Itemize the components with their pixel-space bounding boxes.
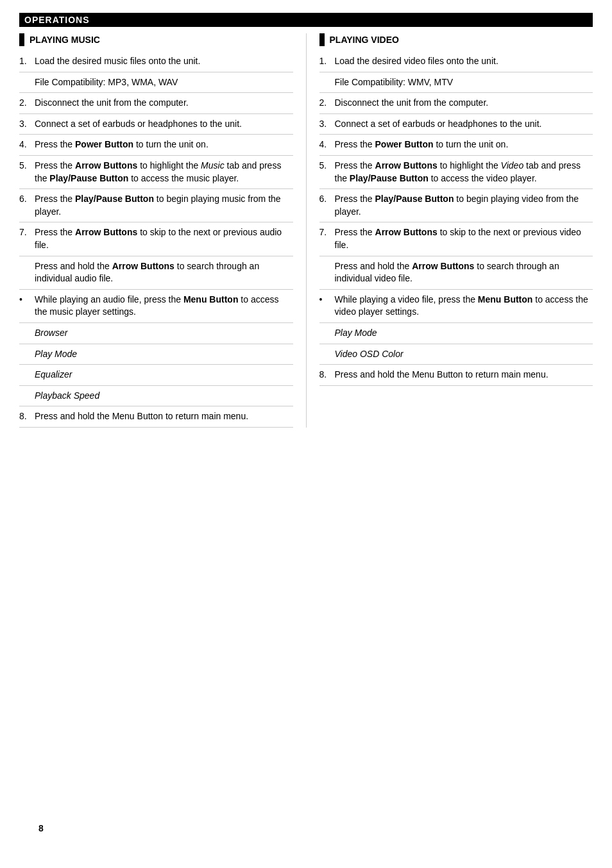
left-step-7-sub: Press and hold the Arrow Buttons to sear… bbox=[19, 256, 293, 290]
right-step-8: 8. Press and hold the Menu Button to ret… bbox=[319, 365, 593, 386]
step-num: 6. bbox=[19, 193, 35, 206]
step-num: 8. bbox=[19, 410, 35, 423]
step-num: 5. bbox=[319, 160, 335, 172]
step-content: Press the Power Button to turn the unit … bbox=[335, 138, 593, 151]
right-column: PLAYING VIDEO 1. Load the desired video … bbox=[306, 33, 593, 428]
title-bar-icon bbox=[319, 33, 325, 46]
step-num: 7. bbox=[319, 226, 335, 239]
step-content: Connect a set of earbuds or headphones t… bbox=[35, 118, 293, 131]
right-step-3: 3. Connect a set of earbuds or headphone… bbox=[319, 114, 593, 135]
left-step-5: 5. Press the Arrow Buttons to highlight … bbox=[19, 156, 293, 189]
two-column-layout: PLAYING MUSIC 1. Load the desired music … bbox=[19, 33, 593, 428]
title-bar-icon bbox=[19, 33, 24, 46]
left-step-1: 1. Load the desired music files onto the… bbox=[19, 51, 293, 72]
left-step-8: 8. Press and hold the Menu Button to ret… bbox=[19, 406, 293, 428]
playing-music-label: PLAYING MUSIC bbox=[30, 35, 100, 45]
page-number: 8 bbox=[38, 823, 44, 833]
bullet-content: While playing a video file, press the Me… bbox=[335, 294, 593, 319]
right-bullet: • While playing a video file, press the … bbox=[319, 290, 593, 323]
right-step-1: 1. Load the desired video files onto the… bbox=[319, 51, 593, 72]
bullet-content: While playing an audio file, press the M… bbox=[35, 294, 293, 319]
playing-video-label: PLAYING VIDEO bbox=[330, 35, 399, 45]
right-menu-videoosd: Video OSD Color bbox=[319, 344, 593, 365]
right-step-7-sub: Press and hold the Arrow Buttons to sear… bbox=[319, 256, 593, 290]
step-content: Press and hold the Menu Button to return… bbox=[335, 369, 593, 381]
right-step-1-sub: File Compatibility: WMV, MTV bbox=[319, 72, 593, 94]
left-step-4: 4. Press the Power Button to turn the un… bbox=[19, 135, 293, 156]
right-menu-playmode: Play Mode bbox=[319, 323, 593, 344]
left-menu-browser: Browser bbox=[19, 323, 293, 344]
left-menu-playmode: Play Mode bbox=[19, 344, 293, 365]
step-content: Load the desired music files onto the un… bbox=[35, 55, 293, 68]
bullet-symbol: • bbox=[319, 294, 335, 306]
step-num: 1. bbox=[19, 55, 35, 68]
step-num: 8. bbox=[319, 369, 335, 381]
step-content: Press the Play/Pause Button to begin pla… bbox=[335, 193, 593, 218]
left-column: PLAYING MUSIC 1. Load the desired music … bbox=[19, 33, 306, 428]
step-num: 4. bbox=[19, 138, 35, 151]
step-num: 2. bbox=[19, 97, 35, 110]
step-num: 5. bbox=[19, 160, 35, 172]
step-content: Load the desired video files onto the un… bbox=[335, 55, 593, 68]
step-content: Press and hold the Menu Button to return… bbox=[35, 410, 293, 423]
step-num: 3. bbox=[19, 118, 35, 131]
bullet-symbol: • bbox=[19, 294, 35, 306]
left-step-3: 3. Connect a set of earbuds or headphone… bbox=[19, 114, 293, 135]
step-content: Press the Play/Pause Button to begin pla… bbox=[35, 193, 293, 218]
step-content: Disconnect the unit from the computer. bbox=[335, 97, 593, 110]
step-num: 6. bbox=[319, 193, 335, 206]
step-content: Press the Arrow Buttons to highlight the… bbox=[35, 160, 293, 185]
step-content: Press the Power Button to turn the unit … bbox=[35, 138, 293, 151]
step-num: 4. bbox=[319, 138, 335, 151]
left-step-2: 2. Disconnect the unit from the computer… bbox=[19, 93, 293, 114]
left-menu-playbackspeed: Playback Speed bbox=[19, 386, 293, 407]
right-step-5: 5. Press the Arrow Buttons to highlight … bbox=[319, 156, 593, 189]
left-step-7: 7. Press the Arrow Buttons to skip to th… bbox=[19, 222, 293, 256]
page-wrapper: OPERATIONS PLAYING MUSIC 1. Load the des… bbox=[19, 13, 593, 846]
left-menu-equalizer: Equalizer bbox=[19, 365, 293, 386]
step-content: Disconnect the unit from the computer. bbox=[35, 97, 293, 110]
left-bullet: • While playing an audio file, press the… bbox=[19, 290, 293, 323]
step-num: 7. bbox=[19, 226, 35, 239]
left-step-1-sub: File Compatibility: MP3, WMA, WAV bbox=[19, 72, 293, 94]
right-step-6: 6. Press the Play/Pause Button to begin … bbox=[319, 189, 593, 222]
step-content: Press the Arrow Buttons to skip to the n… bbox=[35, 226, 293, 251]
step-content: Press the Arrow Buttons to highlight the… bbox=[335, 160, 593, 185]
step-content: Press the Arrow Buttons to skip to the n… bbox=[335, 226, 593, 251]
step-content: Connect a set of earbuds or headphones t… bbox=[335, 118, 593, 131]
step-num: 2. bbox=[319, 97, 335, 110]
playing-video-title: PLAYING VIDEO bbox=[319, 33, 593, 46]
right-step-7: 7. Press the Arrow Buttons to skip to th… bbox=[319, 222, 593, 256]
step-num: 3. bbox=[319, 118, 335, 131]
right-step-2: 2. Disconnect the unit from the computer… bbox=[319, 93, 593, 114]
step-num: 1. bbox=[319, 55, 335, 68]
right-step-4: 4. Press the Power Button to turn the un… bbox=[319, 135, 593, 156]
operations-header: OPERATIONS bbox=[19, 13, 593, 27]
left-step-6: 6. Press the Play/Pause Button to begin … bbox=[19, 189, 293, 222]
playing-music-title: PLAYING MUSIC bbox=[19, 33, 293, 46]
